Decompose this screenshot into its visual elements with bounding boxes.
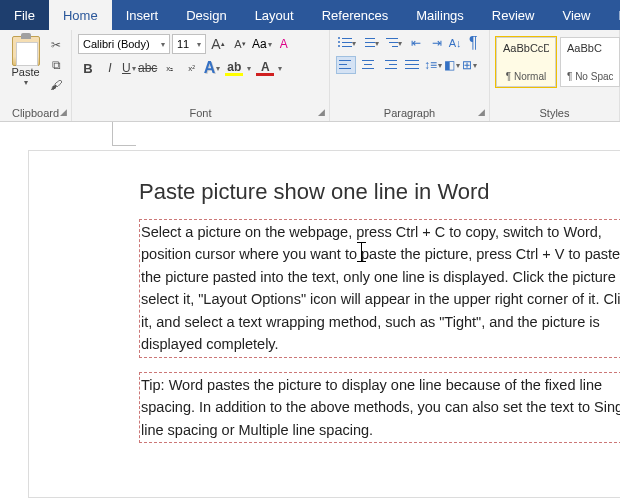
brush-icon: 🖌 <box>50 78 62 92</box>
multilevel-list-button[interactable]: ▾ <box>383 34 404 52</box>
sort-icon: A↓ <box>449 37 462 49</box>
superscript-button[interactable]: x² <box>182 58 202 78</box>
numbering-button[interactable]: ▾ <box>359 34 380 52</box>
tab-references[interactable]: References <box>308 0 402 30</box>
group-font: Calibri (Body) ▾ 11 ▾ A▴ A▾ Aa▾ A B I <box>72 30 330 121</box>
line-spacing-button[interactable]: ↕≡▾ <box>424 58 442 72</box>
decrease-indent-button[interactable]: ⇤ <box>406 34 425 52</box>
page: Paste picture show one line in Word Sele… <box>28 150 620 498</box>
borders-button[interactable]: ⊞▾ <box>462 58 477 72</box>
tab-mailings[interactable]: Mailings <box>402 0 478 30</box>
style-name: ¶ No Spacing <box>567 71 613 82</box>
shading-button[interactable]: ◧▾ <box>444 58 460 72</box>
font-color-button[interactable]: A▾ <box>253 61 282 76</box>
tab-design[interactable]: Design <box>172 0 240 30</box>
tab-help[interactable]: Help <box>604 0 620 30</box>
chevron-down-icon: ▾ <box>161 40 165 49</box>
change-case-button[interactable]: Aa▾ <box>252 37 272 51</box>
style-name: ¶ Normal <box>503 71 549 82</box>
style-preview: AaBbC <box>567 42 613 54</box>
font-family-select[interactable]: Calibri (Body) ▾ <box>78 34 170 54</box>
sort-button[interactable]: A↓ <box>449 37 462 49</box>
style-preview: AaBbCcDc <box>503 42 549 54</box>
italic-button[interactable]: I <box>100 58 120 78</box>
dialog-launcher-icon[interactable]: ◢ <box>318 107 325 117</box>
cut-button[interactable]: ✂ <box>47 36 65 54</box>
pilcrow-icon: ¶ <box>469 34 478 52</box>
tab-file[interactable]: File <box>0 0 49 30</box>
style-normal[interactable]: AaBbCcDc ¶ Normal <box>496 37 556 87</box>
font-size-value: 11 <box>177 38 189 50</box>
indent-icon: ⇥ <box>432 36 442 50</box>
paste-button[interactable]: Paste ▾ <box>6 34 45 94</box>
document-area[interactable]: Paste picture show one line in Word Sele… <box>0 122 620 500</box>
style-no-spacing[interactable]: AaBbC ¶ No Spacing <box>560 37 620 87</box>
bold-button[interactable]: B <box>78 58 98 78</box>
paragraph-2[interactable]: Tip: Word pastes the picture to display … <box>139 372 620 443</box>
clear-formatting-button[interactable]: A <box>274 34 294 54</box>
tab-home[interactable]: Home <box>49 0 112 30</box>
menu-bar: File Home Insert Design Layout Reference… <box>0 0 620 30</box>
paragraph-1[interactable]: Select a picture on the webpage, press C… <box>139 219 620 358</box>
font-family-value: Calibri (Body) <box>83 38 150 50</box>
chevron-down-icon: ▾ <box>24 78 28 87</box>
tab-insert[interactable]: Insert <box>112 0 173 30</box>
scissors-icon: ✂ <box>51 38 61 52</box>
outdent-icon: ⇤ <box>411 36 421 50</box>
bucket-icon: ◧ <box>444 58 455 72</box>
font-size-select[interactable]: 11 ▾ <box>172 34 206 54</box>
underline-button[interactable]: U▾ <box>122 58 136 78</box>
copy-icon: ⧉ <box>52 58 61 72</box>
highlight-color-button[interactable]: ab▾ <box>222 61 251 76</box>
shrink-font-button[interactable]: A▾ <box>230 34 250 54</box>
grow-font-button[interactable]: A▴ <box>208 34 228 54</box>
copy-button[interactable]: ⧉ <box>47 56 65 74</box>
dialog-launcher-icon[interactable]: ◢ <box>60 107 67 117</box>
bullets-button[interactable]: ▾ <box>336 34 357 52</box>
tab-layout[interactable]: Layout <box>241 0 308 30</box>
group-label-paragraph: Paragraph ◢ <box>336 105 483 119</box>
strikethrough-button[interactable]: abc <box>138 58 158 78</box>
clipboard-icon <box>12 36 40 66</box>
group-paragraph: ▾ ▾ ▾ ⇤ <box>330 30 490 121</box>
tab-view[interactable]: View <box>548 0 604 30</box>
group-styles: AaBbCcDc ¶ Normal AaBbC ¶ No Spacing Sty… <box>490 30 620 121</box>
eraser-icon: A <box>280 37 288 51</box>
document-title: Paste picture show one line in Word <box>139 179 620 205</box>
format-painter-button[interactable]: 🖌 <box>47 76 65 94</box>
align-center-button[interactable] <box>358 56 378 74</box>
group-label-font: Font ◢ <box>78 105 323 119</box>
group-label-clipboard: Clipboard ◢ <box>6 105 65 119</box>
justify-button[interactable] <box>402 56 422 74</box>
align-left-button[interactable] <box>336 56 356 74</box>
align-right-button[interactable] <box>380 56 400 74</box>
ribbon: Paste ▾ ✂ ⧉ 🖌 Clipboard ◢ <box>0 30 620 122</box>
paste-label: Paste <box>11 66 39 78</box>
group-clipboard: Paste ▾ ✂ ⧉ 🖌 Clipboard ◢ <box>0 30 72 121</box>
show-hide-button[interactable]: ¶ <box>464 34 483 52</box>
text-effects-button[interactable]: A▾ <box>204 59 221 77</box>
line-spacing-icon: ↕≡ <box>424 58 437 72</box>
tab-review[interactable]: Review <box>478 0 549 30</box>
dialog-launcher-icon[interactable]: ◢ <box>478 107 485 117</box>
ruler-corner <box>112 122 136 146</box>
group-label-styles: Styles <box>496 105 613 119</box>
borders-icon: ⊞ <box>462 58 472 72</box>
chevron-down-icon: ▾ <box>197 40 201 49</box>
increase-indent-button[interactable]: ⇥ <box>427 34 446 52</box>
subscript-button[interactable]: x₂ <box>160 58 180 78</box>
